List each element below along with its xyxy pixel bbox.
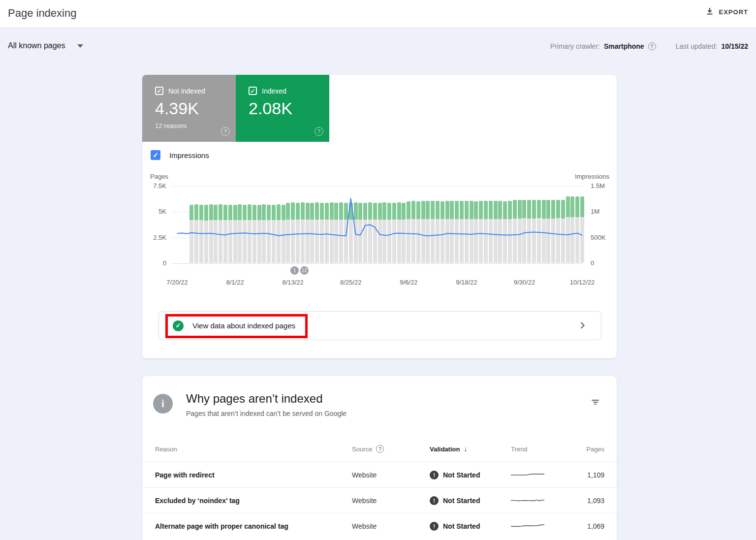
crawler-info: Primary crawler: Smartphone ? Last updat…: [550, 42, 748, 50]
reason-cell[interactable]: Excluded by ‘noindex’ tag: [155, 497, 352, 505]
top-bar: Page indexing EXPORT: [0, 0, 756, 28]
primary-crawler-label: Primary crawler:: [550, 42, 600, 50]
pages-cell: 1,109: [567, 471, 604, 479]
reason-cell[interactable]: Alternate page with proper canonical tag: [155, 522, 352, 530]
primary-crawler-value: Smartphone: [604, 42, 644, 50]
source-cell: Website: [352, 497, 430, 505]
chevron-right-icon[interactable]: [580, 321, 585, 331]
exclamation-icon: !: [430, 496, 439, 505]
table-row[interactable]: Excluded by ‘noindex’ tag Website ! Not …: [142, 487, 617, 513]
section-subtitle: Pages that aren’t indexed can’t be serve…: [186, 410, 346, 417]
exclamation-icon: !: [430, 522, 439, 531]
timeline-marker[interactable]: 1: [290, 266, 299, 275]
source-cell: Website: [352, 522, 430, 530]
not-indexed-count: 4.39K: [155, 99, 228, 118]
filter-bar: All known pages Primary crawler: Smartph…: [0, 28, 756, 64]
trend-cell: [511, 522, 567, 530]
impressions-label: Impressions: [169, 151, 209, 159]
help-icon[interactable]: ?: [648, 42, 656, 50]
export-label: EXPORT: [719, 8, 748, 16]
pages-cell: 1,093: [567, 497, 604, 505]
not-indexed-reasons-card: i Why pages aren’t indexed Pages that ar…: [142, 376, 617, 540]
section-title: Why pages aren’t indexed: [186, 392, 323, 406]
timeline-marker[interactable]: 12: [300, 266, 309, 275]
not-indexed-reasons: 12 reasons: [155, 122, 228, 129]
validation-cell: ! Not Started: [430, 471, 511, 479]
chart-plot-area[interactable]: [171, 186, 582, 263]
reasons-table: Reason Source ? Validation ↓ Trend Pages…: [142, 436, 617, 539]
table-row[interactable]: Alternate page with proper canonical tag…: [142, 513, 617, 539]
tab-indexed[interactable]: ✓ Indexed 2.08K ?: [236, 75, 329, 142]
indexed-checkbox[interactable]: ✓: [249, 87, 257, 95]
validation-cell: ! Not Started: [430, 522, 511, 531]
page-indexing-report: Page indexing EXPORT All known pages Pri…: [0, 0, 756, 540]
column-header-reason[interactable]: Reason: [155, 445, 352, 453]
indexing-chart-card: ✓ Not indexed 4.39K 12 reasons ? ✓ Index…: [142, 75, 617, 358]
trend-cell: [511, 497, 567, 505]
indexed-label: Indexed: [262, 87, 286, 95]
column-header-source[interactable]: Source ?: [352, 445, 430, 453]
chevron-down-icon: [77, 44, 83, 48]
indexed-count: 2.08K: [249, 99, 321, 118]
help-icon[interactable]: ?: [376, 445, 384, 453]
scope-label: All known pages: [8, 41, 65, 50]
column-header-validation[interactable]: Validation ↓: [430, 445, 511, 453]
summary-tabs: ✓ Not indexed 4.39K 12 reasons ? ✓ Index…: [142, 75, 329, 142]
help-icon[interactable]: ?: [221, 127, 230, 136]
tab-not-indexed[interactable]: ✓ Not indexed 4.39K 12 reasons ?: [142, 75, 236, 142]
not-indexed-label: Not indexed: [168, 87, 205, 95]
right-axis-title: Impressions: [575, 173, 609, 180]
download-icon: [705, 7, 714, 17]
filter-icon[interactable]: [592, 400, 599, 405]
view-indexed-data-banner[interactable]: ✓ View data about indexed pages: [158, 311, 601, 340]
impressions-checkbox[interactable]: ✓: [151, 150, 160, 160]
reason-cell[interactable]: Page with redirect: [155, 471, 352, 479]
exclamation-icon: !: [430, 471, 439, 479]
page-title: Page indexing: [8, 7, 76, 20]
help-icon[interactable]: ?: [315, 127, 323, 136]
source-cell: Website: [352, 471, 430, 479]
trend-cell: [511, 471, 567, 479]
impressions-toggle[interactable]: ✓ Impressions: [151, 150, 209, 160]
page-scope-dropdown[interactable]: All known pages: [8, 41, 83, 50]
export-button[interactable]: EXPORT: [705, 7, 748, 17]
check-circle-icon: ✓: [173, 320, 184, 331]
table-row[interactable]: Page with redirect Website ! Not Started…: [142, 462, 617, 487]
not-indexed-checkbox[interactable]: ✓: [155, 87, 163, 95]
sort-descending-icon: ↓: [464, 445, 467, 453]
validation-cell: ! Not Started: [430, 496, 511, 505]
column-header-pages[interactable]: Pages: [567, 445, 604, 453]
last-updated-value: 10/15/22: [722, 42, 749, 50]
column-header-trend[interactable]: Trend: [511, 445, 567, 453]
pages-cell: 1,069: [567, 522, 604, 530]
table-header-row: Reason Source ? Validation ↓ Trend Pages: [142, 436, 617, 462]
info-icon: i: [153, 394, 173, 413]
left-axis-title: Pages: [150, 173, 168, 180]
banner-text: View data about indexed pages: [192, 321, 295, 330]
last-updated-label: Last updated:: [676, 42, 718, 50]
